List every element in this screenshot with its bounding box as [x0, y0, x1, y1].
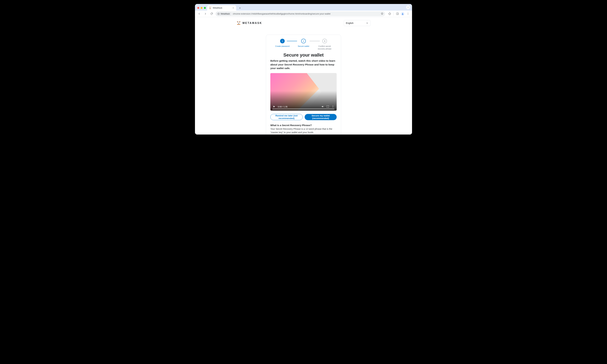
svg-point-15 [408, 14, 408, 15]
video-more-button[interactable] [331, 105, 334, 108]
step-2-dot: 2 [301, 39, 306, 43]
tab-list-button[interactable] [406, 5, 410, 9]
svg-marker-5 [210, 8, 211, 9]
step-2: 2 Secure wallet [296, 39, 311, 48]
window-close-button[interactable] [197, 7, 199, 9]
forward-button[interactable] [203, 11, 208, 16]
secure-wallet-button[interactable]: Secure my wallet (recommended) [305, 114, 337, 120]
bookmark-star-icon[interactable] [381, 12, 383, 15]
step-1-label: Create password [275, 45, 290, 48]
video-progress[interactable] [273, 109, 334, 109]
step-1: 1 Create password [275, 39, 290, 48]
metamask-logo-icon [237, 21, 241, 25]
faq: What is a Secret Recovery Phrase? Your S… [270, 124, 337, 134]
tab-title: MetaMask [213, 7, 231, 9]
fullscreen-button[interactable] [326, 105, 329, 108]
brand-name: METAMASK [242, 22, 262, 25]
language-select[interactable]: English [344, 20, 370, 26]
step-1-dot: 1 [280, 39, 285, 43]
remind-later-button[interactable]: Remind me later (not recommended) [270, 114, 303, 120]
volume-button[interactable] [321, 105, 324, 108]
page-header: METAMASK English [195, 17, 412, 26]
step-3-label: Confirm secret recovery phrase [317, 45, 332, 50]
window-zoom-button[interactable] [204, 7, 206, 9]
window-minimize-button[interactable] [200, 7, 203, 9]
language-value: English [346, 22, 354, 24]
svg-marker-23 [239, 21, 240, 22]
extension-chip-label: MetaMask [221, 13, 230, 15]
step-3: 3 Confirm secret recovery phrase [317, 39, 332, 50]
step-3-dot: 3 [322, 39, 327, 43]
extension-chip[interactable]: MetaMask [216, 12, 231, 16]
address-bar[interactable]: MetaMask chrome-extension://nkbihfbeogae… [215, 11, 385, 16]
new-tab-button[interactable] [238, 6, 242, 10]
back-button[interactable] [197, 11, 202, 16]
svg-marker-7 [211, 7, 211, 8]
chrome-menu-button[interactable] [405, 11, 410, 16]
browser-tab-active[interactable]: MetaMask [207, 5, 236, 11]
reload-button[interactable] [209, 11, 214, 16]
step-2-label: Secure wallet [298, 45, 309, 48]
profile-avatar-button[interactable] [401, 12, 404, 16]
metamask-favicon-icon [209, 7, 211, 9]
toolbar-divider [393, 12, 394, 15]
svg-marker-4 [210, 9, 211, 9]
svg-point-27 [333, 106, 333, 107]
svg-point-13 [408, 13, 408, 13]
tab-strip: MetaMask [195, 4, 412, 11]
brand: METAMASK [237, 21, 262, 25]
faq-q1-body: Your Secret Recovery Phrase is a 12-word… [270, 127, 337, 134]
side-panel-button[interactable] [395, 11, 400, 16]
browser-toolbar: MetaMask chrome-extension://nkbihfbeogae… [195, 11, 412, 17]
extensions-button[interactable] [387, 11, 392, 16]
toolbar-right [387, 11, 410, 16]
onboarding-card: 1 Create password 2 Secure wallet 3 Conf… [266, 35, 341, 134]
tab-close-button[interactable] [232, 7, 235, 9]
svg-point-28 [333, 107, 333, 108]
stepper: 1 Create password 2 Secure wallet 3 Conf… [275, 39, 332, 50]
svg-marker-6 [209, 7, 210, 8]
svg-point-14 [408, 13, 408, 14]
svg-marker-21 [238, 24, 239, 24]
svg-marker-20 [238, 24, 239, 25]
intro-video[interactable]: 0:00 / 1:35 [270, 73, 337, 111]
action-row: Remind me later (not recommended) Secure… [270, 114, 337, 120]
video-time: 0:00 / 1:35 [278, 106, 288, 108]
svg-marker-22 [237, 21, 238, 22]
svg-point-26 [333, 106, 333, 106]
url-text: chrome-extension://nkbihfbeogaeaoehlefnk… [233, 13, 379, 15]
play-button[interactable] [273, 105, 276, 108]
page-title: Secure your wallet [270, 52, 337, 58]
svg-rect-10 [396, 13, 398, 15]
window-controls [197, 7, 207, 11]
faq-q1-title: What is a Secret Recovery Phrase? [270, 124, 337, 127]
lead-text: Before getting started, watch this short… [270, 59, 337, 70]
browser-window: MetaMask [195, 4, 412, 134]
video-controls: 0:00 / 1:35 [270, 103, 337, 111]
chevron-down-icon [366, 22, 368, 24]
page-content: METAMASK English 1 Create password [195, 17, 412, 134]
svg-point-12 [402, 13, 403, 14]
